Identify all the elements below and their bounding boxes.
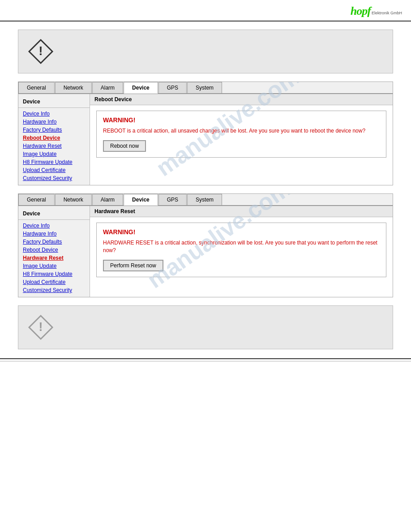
tabs-row-2: General Network Alarm Device GPS System <box>18 194 393 206</box>
panel-body-1: Device Device Info Hardware Info Factory… <box>18 94 393 185</box>
sidebar-link-h8-firmware-1[interactable]: H8 Firmware Update <box>18 158 90 166</box>
logo-text: hopf <box>351 4 371 18</box>
panel-hardware-reset: manualive.com General Network Alarm Devi… <box>18 193 393 297</box>
warning-banner-2: ! <box>18 305 393 349</box>
logo-sub: Elektronik GmbH <box>372 11 402 16</box>
content-area-2: Hardware Reset WARNING! HARDWARE RESET i… <box>90 206 393 297</box>
perform-reset-button[interactable]: Perform Reset now <box>103 260 163 271</box>
sidebar-title-2: Device <box>18 209 90 220</box>
content-area-1: Reboot Device WARNING! REBOOT is a criti… <box>90 94 393 185</box>
warning-title-2: WARNING! <box>103 228 380 236</box>
sidebar-link-hardware-reset-1[interactable]: Hardware Reset <box>18 142 90 150</box>
warning-diamond-icon-2: ! <box>27 314 54 341</box>
tab-alarm-1[interactable]: Alarm <box>92 82 123 93</box>
sidebar-link-hardware-info-2[interactable]: Hardware Info <box>18 230 90 238</box>
sidebar-link-upload-cert-2[interactable]: Upload Certificate <box>18 278 90 286</box>
logo: hopf Elektronik GmbH <box>351 4 402 18</box>
sidebar-link-hardware-reset-2[interactable]: Hardware Reset <box>18 254 90 262</box>
warning-box-1: WARNING! REBOOT is a critical action, al… <box>96 111 386 158</box>
tab-network-1[interactable]: Network <box>55 82 92 93</box>
sidebar-2: Device Device Info Hardware Info Factory… <box>18 206 90 297</box>
sidebar-link-upload-cert-1[interactable]: Upload Certificate <box>18 166 90 174</box>
sidebar-link-image-update-1[interactable]: Image Update <box>18 150 90 158</box>
sidebar-link-factory-defaults-2[interactable]: Factory Defaults <box>18 238 90 246</box>
panel-body-2: Device Device Info Hardware Info Factory… <box>18 206 393 297</box>
sidebar-link-image-update-2[interactable]: Image Update <box>18 262 90 270</box>
tabs-row-1: General Network Alarm Device GPS System <box>18 82 393 94</box>
tab-alarm-2[interactable]: Alarm <box>92 194 123 205</box>
tab-system-2[interactable]: System <box>187 194 222 205</box>
sidebar-link-customized-security-2[interactable]: Customized Security <box>18 286 90 294</box>
sidebar-link-hardware-info-1[interactable]: Hardware Info <box>18 118 90 126</box>
tab-gps-2[interactable]: GPS <box>158 194 187 205</box>
sidebar-1: Device Device Info Hardware Info Factory… <box>18 94 90 185</box>
warning-box-2: WARNING! HARDWARE RESET is a critical ac… <box>96 223 386 277</box>
warning-text-1: REBOOT is a critical action, all unsaved… <box>103 127 380 135</box>
tab-device-1[interactable]: Device <box>124 82 158 94</box>
sidebar-title-1: Device <box>18 97 90 108</box>
tab-system-1[interactable]: System <box>187 82 222 93</box>
warning-banner-1: ! <box>18 30 393 73</box>
warning-title-1: WARNING! <box>103 116 380 124</box>
tab-device-2[interactable]: Device <box>124 194 158 206</box>
panel-reboot: manualive.com General Network Alarm Devi… <box>18 82 393 185</box>
sidebar-link-device-info-2[interactable]: Device Info <box>18 222 90 230</box>
content-inner-2: WARNING! HARDWARE RESET is a critical ac… <box>90 217 393 283</box>
tab-general-1[interactable]: General <box>18 82 55 93</box>
tab-general-2[interactable]: General <box>18 194 55 205</box>
content-inner-1: WARNING! REBOOT is a critical action, al… <box>90 105 393 163</box>
sidebar-link-reboot-device-2[interactable]: Reboot Device <box>18 246 90 254</box>
warning-text-2: HARDWARE RESET is a critical action, syn… <box>103 239 380 254</box>
footer <box>0 358 411 361</box>
svg-text:!: ! <box>39 320 43 334</box>
content-title-1: Reboot Device <box>90 94 393 105</box>
warning-diamond-icon-1: ! <box>27 38 54 65</box>
sidebar-link-device-info-1[interactable]: Device Info <box>18 110 90 118</box>
header: hopf Elektronik GmbH <box>0 0 411 21</box>
tab-gps-1[interactable]: GPS <box>158 82 187 93</box>
sidebar-link-factory-defaults-1[interactable]: Factory Defaults <box>18 126 90 134</box>
svg-text:!: ! <box>39 44 43 58</box>
content-title-2: Hardware Reset <box>90 206 393 217</box>
reboot-now-button[interactable]: Reboot now <box>103 140 146 152</box>
sidebar-link-reboot-device-1[interactable]: Reboot Device <box>18 134 90 142</box>
sidebar-link-h8-firmware-2[interactable]: H8 Firmware Update <box>18 270 90 278</box>
tab-network-2[interactable]: Network <box>55 194 92 205</box>
sidebar-link-customized-security-1[interactable]: Customized Security <box>18 174 90 182</box>
